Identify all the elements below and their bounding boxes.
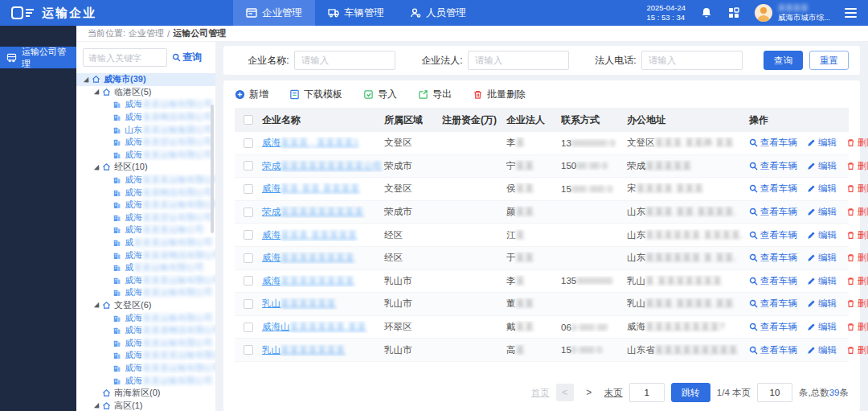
delete-button[interactable]: 删除 bbox=[846, 206, 868, 218]
tree-node-company[interactable]: 威海某某运输有限公司 bbox=[76, 336, 215, 349]
delete-button[interactable]: 删除 bbox=[846, 183, 868, 195]
enterprise-name-link[interactable]: 荣成某某某某某某某某某 bbox=[262, 207, 364, 216]
tree-node-company[interactable]: 威海某某某运输公司 bbox=[76, 224, 215, 236]
enterprise-name-link[interactable]: 威海某某 某某 某某某某 bbox=[262, 183, 359, 193]
delete-button[interactable]: 删除 bbox=[846, 321, 868, 333]
tree-caret-icon[interactable] bbox=[84, 77, 88, 82]
tree-node-company[interactable]: 威海某某某运输有限公司 bbox=[76, 362, 215, 375]
notifications-button[interactable] bbox=[700, 6, 713, 19]
view-vehicles-button[interactable]: 查看车辆 bbox=[749, 252, 797, 264]
view-vehicles-button[interactable]: 查看车辆 bbox=[749, 275, 797, 287]
edit-button[interactable]: 编辑 bbox=[807, 252, 837, 264]
tree-node-company[interactable]: 威某某某运输有限公司 bbox=[76, 236, 215, 249]
delete-button[interactable]: 删除 bbox=[846, 229, 868, 241]
pagination-last-button[interactable]: 末页 bbox=[604, 387, 623, 399]
row-checkbox[interactable] bbox=[244, 138, 253, 148]
enterprise-name-link[interactable]: 威海某某某某某某某某 bbox=[262, 253, 354, 262]
query-button[interactable]: 查询 bbox=[764, 51, 803, 70]
tree-node-region[interactable]: 经区(10) bbox=[76, 161, 215, 174]
enterprise-name-link[interactable]: 乳山某某某某某某 bbox=[262, 298, 336, 308]
tree-search-input[interactable] bbox=[83, 48, 167, 67]
view-vehicles-button[interactable]: 查看车辆 bbox=[749, 321, 797, 333]
edit-button[interactable]: 编辑 bbox=[807, 137, 837, 149]
tree-node-company[interactable]: 威海某某运输有限公司 bbox=[76, 311, 215, 324]
edit-button[interactable]: 编辑 bbox=[807, 206, 837, 218]
tree-node-company[interactable]: 威海某某某运输有限公司 bbox=[76, 199, 215, 212]
view-vehicles-button[interactable]: 查看车辆 bbox=[749, 229, 797, 241]
tree-node-company[interactable]: 威海某某物流有限公司 bbox=[76, 186, 215, 199]
row-checkbox[interactable] bbox=[244, 208, 253, 217]
delete-button[interactable]: 删除 bbox=[846, 298, 868, 310]
tree-caret-icon[interactable] bbox=[94, 89, 99, 94]
tree-node-company[interactable]: 威海某某物流有限公司 bbox=[76, 111, 215, 124]
edit-button[interactable]: 编辑 bbox=[807, 275, 837, 287]
tree-node-region[interactable]: 文登区(6) bbox=[76, 299, 215, 312]
delete-button[interactable]: 删除 bbox=[846, 344, 868, 356]
tree-node-region[interactable]: 高区(1) bbox=[76, 399, 215, 411]
enterprise-name-link[interactable]: 荣成某某某某某某某某某公司 bbox=[262, 161, 383, 171]
delete-button[interactable]: 删除 bbox=[846, 252, 868, 264]
enterprise-name-link[interactable]: 威海某某某 · 某某某某1 bbox=[262, 138, 358, 147]
legal-person-input[interactable] bbox=[468, 51, 569, 70]
edit-button[interactable]: 编辑 bbox=[807, 160, 837, 172]
enterprise-name-link[interactable]: 乳山某某某某某某某 bbox=[262, 345, 346, 355]
edit-button[interactable]: 编辑 bbox=[807, 344, 837, 356]
sidebar-item-transport-company-management[interactable]: 运输公司管理 bbox=[0, 47, 76, 68]
tree-node-company[interactable]: 威海某某某物流有限公司 bbox=[76, 324, 215, 337]
tree-node-region[interactable]: 南海新区(0) bbox=[76, 387, 215, 400]
jump-button[interactable]: 跳转 bbox=[671, 383, 710, 402]
edit-button[interactable]: 编辑 bbox=[807, 321, 837, 333]
row-checkbox[interactable] bbox=[244, 230, 253, 240]
view-vehicles-button[interactable]: 查看车辆 bbox=[749, 183, 797, 195]
tree-node-region[interactable]: 威海市(39) bbox=[76, 73, 215, 86]
tree-caret-icon[interactable] bbox=[94, 403, 99, 408]
row-checkbox[interactable] bbox=[244, 253, 253, 263]
tree-caret-icon[interactable] bbox=[94, 165, 99, 170]
edit-button[interactable]: 编辑 bbox=[807, 183, 837, 195]
reset-button[interactable]: 重置 bbox=[809, 51, 849, 70]
pagination-prev-button[interactable]: < bbox=[556, 384, 574, 401]
view-vehicles-button[interactable]: 查看车辆 bbox=[749, 344, 797, 356]
page-size-input[interactable] bbox=[757, 383, 792, 402]
export-button[interactable]: 导出 bbox=[418, 88, 452, 101]
tree-scrollbar[interactable] bbox=[211, 105, 214, 233]
page-number-input[interactable] bbox=[629, 383, 665, 402]
tree-node-region[interactable]: 临港区(5) bbox=[76, 86, 215, 99]
download-template-button[interactable]: 下载模板 bbox=[289, 88, 342, 101]
row-checkbox[interactable] bbox=[244, 184, 253, 194]
tree-node-company[interactable]: 威海某某货运有限公司 bbox=[76, 136, 215, 149]
view-vehicles-button[interactable]: 查看车辆 bbox=[749, 206, 797, 218]
delete-button[interactable]: 删除 bbox=[846, 137, 868, 149]
tab-vehicle-management[interactable]: 车辆管理 bbox=[315, 0, 397, 26]
tab-personnel-management[interactable]: 人员管理 bbox=[397, 0, 479, 26]
tree-node-company[interactable]: 威海某某货运有限公司 bbox=[76, 212, 215, 224]
tree-node-company[interactable]: 威海某某运输有限公司 bbox=[76, 149, 215, 162]
enterprise-name-input[interactable] bbox=[294, 51, 395, 70]
tree-node-company[interactable]: 威海某某某运输有限公司 bbox=[76, 274, 215, 287]
tree-node-company[interactable]: 威海某某运输有限公司 bbox=[76, 98, 215, 111]
row-checkbox[interactable] bbox=[244, 345, 253, 355]
view-vehicles-button[interactable]: 查看车辆 bbox=[749, 160, 797, 172]
enterprise-name-link[interactable]: 威海某某某 某某某某某 bbox=[262, 230, 357, 240]
pagination-next-button[interactable]: > bbox=[580, 384, 598, 401]
delete-button[interactable]: 删除 bbox=[846, 275, 868, 287]
batch-delete-button[interactable]: 批量删除 bbox=[473, 88, 526, 101]
tab-enterprise-management[interactable]: 企业管理 bbox=[233, 0, 315, 26]
tree-caret-icon[interactable] bbox=[94, 302, 99, 307]
add-button[interactable]: 新增 bbox=[235, 88, 268, 101]
import-button[interactable]: 导入 bbox=[363, 88, 397, 101]
tree-node-company[interactable]: 山东某某运输集团公司 bbox=[76, 123, 215, 136]
menu-toggle-button[interactable] bbox=[845, 8, 857, 18]
tree-node-company[interactable]: 威海某某运输有限公司 bbox=[76, 286, 215, 299]
tree-node-company[interactable]: 威海某某某某运输有限公司 bbox=[76, 349, 215, 362]
view-vehicles-button[interactable]: 查看车辆 bbox=[749, 298, 797, 310]
tree-node-company[interactable]: 威海某某某物流有限公司 bbox=[76, 249, 215, 261]
tree-node-company[interactable]: 威海某某某运输有限公司 bbox=[76, 174, 215, 187]
select-all-checkbox[interactable] bbox=[244, 115, 253, 125]
legal-phone-input[interactable] bbox=[641, 51, 743, 70]
pagination-first-button[interactable]: 首页 bbox=[531, 387, 550, 399]
edit-button[interactable]: 编辑 bbox=[807, 298, 837, 310]
tree-node-company[interactable]: 威某某运输有限公司 bbox=[76, 261, 215, 274]
user-menu[interactable]: 某某某某 威海市城市综... bbox=[755, 3, 830, 23]
row-checkbox[interactable] bbox=[244, 323, 253, 332]
